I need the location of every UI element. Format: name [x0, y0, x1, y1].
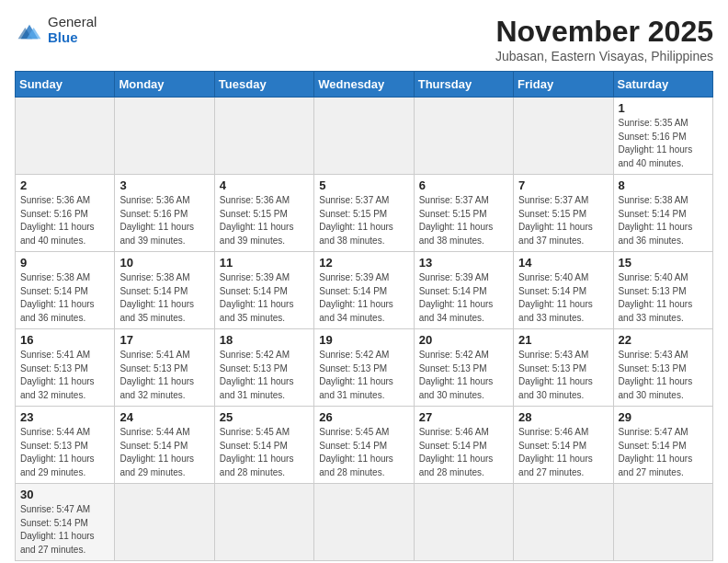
day-info: Sunrise: 5:40 AMSunset: 5:13 PMDaylight:…	[619, 271, 708, 325]
title-section: November 2025 Jubasan, Eastern Visayas, …	[495, 15, 713, 63]
calendar-cell-3-1: 17Sunrise: 5:41 AMSunset: 5:13 PMDayligh…	[115, 329, 214, 407]
calendar-cell-0-6: 1Sunrise: 5:35 AMSunset: 5:16 PMDaylight…	[613, 98, 712, 175]
calendar-cell-1-4: 6Sunrise: 5:37 AMSunset: 5:15 PMDaylight…	[414, 175, 513, 252]
day-number: 7	[518, 178, 608, 192]
calendar-cell-1-1: 3Sunrise: 5:36 AMSunset: 5:16 PMDaylight…	[115, 175, 214, 252]
header-monday: Monday	[115, 72, 214, 98]
month-title: November 2025	[495, 15, 713, 49]
calendar-cell-4-0: 23Sunrise: 5:44 AMSunset: 5:13 PMDayligh…	[16, 407, 115, 484]
day-number: 18	[220, 333, 309, 347]
calendar-cell-5-2	[214, 484, 313, 561]
day-info: Sunrise: 5:47 AMSunset: 5:14 PMDaylight:…	[20, 503, 109, 557]
calendar-cell-3-0: 16Sunrise: 5:41 AMSunset: 5:13 PMDayligh…	[16, 329, 115, 407]
day-number: 9	[20, 256, 109, 270]
day-info: Sunrise: 5:35 AMSunset: 5:16 PMDaylight:…	[619, 117, 708, 170]
calendar-cell-5-1	[115, 484, 214, 561]
calendar-cell-4-5: 28Sunrise: 5:46 AMSunset: 5:14 PMDayligh…	[514, 407, 613, 484]
day-number: 13	[419, 256, 508, 270]
calendar-cell-0-5	[514, 98, 613, 175]
day-number: 2	[20, 178, 109, 192]
calendar-cell-4-4: 27Sunrise: 5:46 AMSunset: 5:14 PMDayligh…	[414, 407, 513, 484]
day-info: Sunrise: 5:36 AMSunset: 5:16 PMDaylight:…	[20, 194, 109, 247]
header-saturday: Saturday	[613, 72, 712, 98]
day-number: 28	[518, 410, 608, 424]
day-number: 23	[20, 410, 109, 424]
day-number: 4	[220, 178, 309, 192]
header-thursday: Thursday	[414, 72, 513, 98]
calendar-row-5: 30Sunrise: 5:47 AMSunset: 5:14 PMDayligh…	[16, 484, 713, 561]
calendar-cell-0-2	[214, 98, 313, 175]
calendar-cell-1-2: 4Sunrise: 5:36 AMSunset: 5:15 PMDaylight…	[214, 175, 313, 252]
calendar-cell-1-3: 5Sunrise: 5:37 AMSunset: 5:15 PMDaylight…	[314, 175, 414, 252]
day-info: Sunrise: 5:38 AMSunset: 5:14 PMDaylight:…	[20, 271, 109, 325]
day-info: Sunrise: 5:44 AMSunset: 5:14 PMDaylight:…	[119, 426, 209, 479]
calendar-cell-1-5: 7Sunrise: 5:37 AMSunset: 5:15 PMDaylight…	[514, 175, 613, 252]
day-info: Sunrise: 5:40 AMSunset: 5:14 PMDaylight:…	[518, 271, 608, 325]
day-info: Sunrise: 5:44 AMSunset: 5:13 PMDaylight:…	[20, 426, 109, 479]
calendar-cell-5-5	[514, 484, 613, 561]
day-info: Sunrise: 5:45 AMSunset: 5:14 PMDaylight:…	[319, 426, 408, 479]
day-info: Sunrise: 5:38 AMSunset: 5:14 PMDaylight:…	[619, 194, 708, 247]
header-sunday: Sunday	[16, 72, 115, 98]
calendar-cell-2-4: 13Sunrise: 5:39 AMSunset: 5:14 PMDayligh…	[414, 252, 513, 329]
location-subtitle: Jubasan, Eastern Visayas, Philippines	[495, 49, 713, 63]
calendar-row-3: 16Sunrise: 5:41 AMSunset: 5:13 PMDayligh…	[16, 329, 713, 407]
calendar-cell-4-2: 25Sunrise: 5:45 AMSunset: 5:14 PMDayligh…	[214, 407, 313, 484]
day-info: Sunrise: 5:37 AMSunset: 5:15 PMDaylight:…	[518, 194, 608, 247]
day-number: 5	[319, 178, 408, 192]
day-info: Sunrise: 5:45 AMSunset: 5:14 PMDaylight:…	[220, 426, 309, 479]
day-number: 6	[419, 178, 508, 192]
calendar-cell-5-3	[314, 484, 414, 561]
day-info: Sunrise: 5:36 AMSunset: 5:15 PMDaylight:…	[220, 194, 309, 247]
day-number: 24	[119, 410, 209, 424]
calendar-cell-3-4: 20Sunrise: 5:42 AMSunset: 5:13 PMDayligh…	[414, 329, 513, 407]
calendar-cell-2-0: 9Sunrise: 5:38 AMSunset: 5:14 PMDaylight…	[16, 252, 115, 329]
day-info: Sunrise: 5:46 AMSunset: 5:14 PMDaylight:…	[518, 426, 608, 479]
day-number: 10	[119, 256, 209, 270]
day-info: Sunrise: 5:39 AMSunset: 5:14 PMDaylight:…	[319, 271, 408, 325]
day-info: Sunrise: 5:41 AMSunset: 5:13 PMDaylight:…	[20, 349, 109, 402]
calendar-cell-0-0	[16, 98, 115, 175]
day-number: 20	[419, 333, 508, 347]
calendar-cell-5-4	[414, 484, 513, 561]
calendar-cell-0-1	[115, 98, 214, 175]
day-info: Sunrise: 5:43 AMSunset: 5:13 PMDaylight:…	[518, 349, 608, 402]
day-info: Sunrise: 5:42 AMSunset: 5:13 PMDaylight:…	[319, 349, 408, 402]
day-info: Sunrise: 5:41 AMSunset: 5:13 PMDaylight:…	[119, 349, 209, 402]
calendar-cell-2-3: 12Sunrise: 5:39 AMSunset: 5:14 PMDayligh…	[314, 252, 414, 329]
day-number: 19	[319, 333, 408, 347]
calendar-cell-2-2: 11Sunrise: 5:39 AMSunset: 5:14 PMDayligh…	[214, 252, 313, 329]
day-number: 16	[20, 333, 109, 347]
day-info: Sunrise: 5:37 AMSunset: 5:15 PMDaylight:…	[319, 194, 408, 247]
logo: General Blue	[15, 15, 97, 45]
logo-line2: Blue	[48, 30, 97, 46]
calendar-row-0: 1Sunrise: 5:35 AMSunset: 5:16 PMDaylight…	[16, 98, 713, 175]
day-info: Sunrise: 5:42 AMSunset: 5:13 PMDaylight:…	[419, 349, 508, 402]
logo-line1: General	[48, 15, 97, 30]
weekday-header-row: Sunday Monday Tuesday Wednesday Thursday…	[16, 72, 713, 98]
calendar-row-1: 2Sunrise: 5:36 AMSunset: 5:16 PMDaylight…	[16, 175, 713, 252]
day-info: Sunrise: 5:46 AMSunset: 5:14 PMDaylight:…	[419, 426, 508, 479]
calendar-cell-4-1: 24Sunrise: 5:44 AMSunset: 5:14 PMDayligh…	[115, 407, 214, 484]
header-tuesday: Tuesday	[214, 72, 313, 98]
day-info: Sunrise: 5:39 AMSunset: 5:14 PMDaylight:…	[419, 271, 508, 325]
header-friday: Friday	[514, 72, 613, 98]
day-info: Sunrise: 5:39 AMSunset: 5:14 PMDaylight:…	[220, 271, 309, 325]
calendar-cell-0-4	[414, 98, 513, 175]
header: General Blue November 2025 Jubasan, East…	[15, 15, 713, 63]
day-info: Sunrise: 5:37 AMSunset: 5:15 PMDaylight:…	[419, 194, 508, 247]
calendar-cell-4-6: 29Sunrise: 5:47 AMSunset: 5:14 PMDayligh…	[613, 407, 712, 484]
calendar-table: Sunday Monday Tuesday Wednesday Thursday…	[15, 71, 713, 561]
calendar-cell-3-5: 21Sunrise: 5:43 AMSunset: 5:13 PMDayligh…	[514, 329, 613, 407]
day-number: 8	[619, 178, 708, 192]
day-number: 1	[619, 101, 708, 115]
calendar-cell-1-0: 2Sunrise: 5:36 AMSunset: 5:16 PMDaylight…	[16, 175, 115, 252]
day-info: Sunrise: 5:43 AMSunset: 5:13 PMDaylight:…	[619, 349, 708, 402]
day-number: 15	[619, 256, 708, 270]
calendar-cell-0-3	[314, 98, 414, 175]
day-number: 26	[319, 410, 408, 424]
calendar-cell-2-5: 14Sunrise: 5:40 AMSunset: 5:14 PMDayligh…	[514, 252, 613, 329]
calendar-cell-3-6: 22Sunrise: 5:43 AMSunset: 5:13 PMDayligh…	[613, 329, 712, 407]
calendar-cell-4-3: 26Sunrise: 5:45 AMSunset: 5:14 PMDayligh…	[314, 407, 414, 484]
day-number: 29	[619, 410, 708, 424]
